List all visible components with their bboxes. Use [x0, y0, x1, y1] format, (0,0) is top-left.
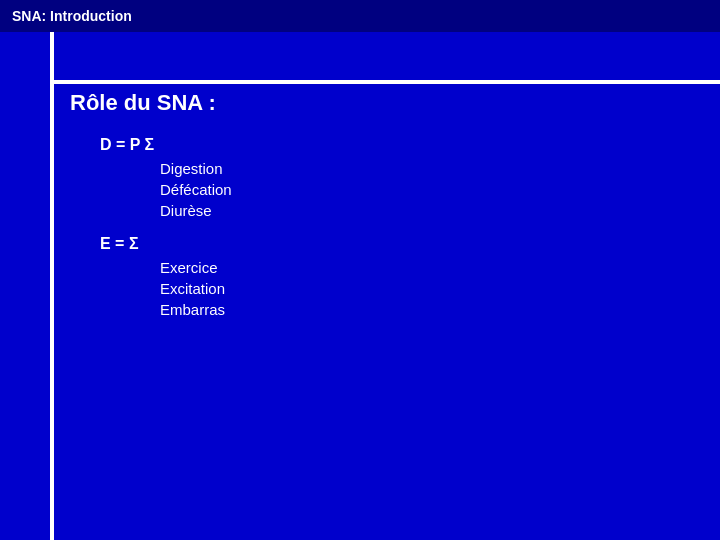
list-item: Excitation: [160, 280, 700, 297]
section-d: D = P Σ Digestion Défécation Diurèse: [100, 136, 700, 219]
list-item: Défécation: [160, 181, 700, 198]
list-item: Diurèse: [160, 202, 700, 219]
header-title: SNA: Introduction: [12, 8, 132, 24]
list-item: Embarras: [160, 301, 700, 318]
role-title: Rôle du SNA :: [70, 90, 700, 116]
section-e: E = Σ Exercice Excitation Embarras: [100, 235, 700, 318]
top-border-decoration: [50, 80, 720, 84]
header-bar: SNA: Introduction: [0, 0, 720, 32]
section-e-items: Exercice Excitation Embarras: [160, 259, 700, 318]
main-content: Rôle du SNA : D = P Σ Digestion Défécati…: [70, 90, 700, 520]
left-border-decoration: [50, 32, 54, 540]
section-e-label: E = Σ: [100, 235, 700, 253]
section-d-label: D = P Σ: [100, 136, 700, 154]
list-item: Exercice: [160, 259, 700, 276]
list-item: Digestion: [160, 160, 700, 177]
section-d-items: Digestion Défécation Diurèse: [160, 160, 700, 219]
